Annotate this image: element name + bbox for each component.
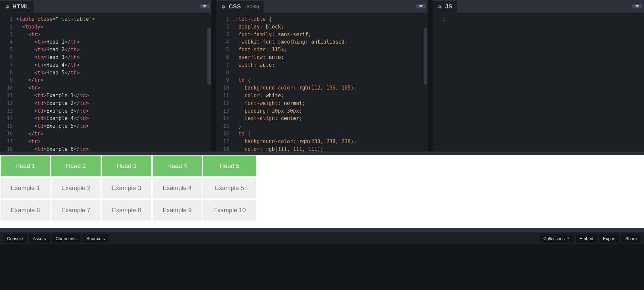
code-editor-css[interactable]: 1▼23456789▼10111213141516▼1718 .flat-tab… bbox=[216, 13, 428, 152]
panel-title: JS bbox=[445, 3, 452, 10]
code-editor-html[interactable]: 1▼2▼3▼4▼5▼6▼7▼8▼910▼11▼12▼13▼14▼15▼1617▼… bbox=[0, 13, 211, 152]
table-cell: Example 9 bbox=[153, 199, 203, 221]
panel-tab-css[interactable]: CSS (SCSS) bbox=[216, 0, 264, 13]
panel-dropdown-html[interactable] bbox=[200, 4, 210, 8]
panel-css: CSS (SCSS) 1▼23456789▼10111213141516▼171… bbox=[216, 0, 428, 152]
panel-header-html: HTML bbox=[0, 0, 211, 13]
comments-button[interactable]: Comments bbox=[52, 234, 80, 243]
table-cell: Example 1 bbox=[1, 177, 51, 198]
table-header: Head 3 bbox=[102, 156, 152, 176]
shortcuts-button[interactable]: Shortcuts bbox=[83, 234, 109, 243]
export-button[interactable]: Export bbox=[599, 234, 620, 243]
panel-header-js: JS bbox=[433, 0, 644, 13]
table-cell: Example 2 bbox=[51, 177, 101, 198]
preview-table: Head 1Head 2Head 3Head 4Head 5Example 1E… bbox=[0, 155, 644, 221]
table-header: Head 2 bbox=[51, 156, 101, 176]
panel-subtitle: (SCSS) bbox=[245, 4, 259, 9]
panel-dropdown-css[interactable] bbox=[416, 4, 426, 8]
table-cell: Example 8 bbox=[102, 199, 152, 221]
output-preview[interactable]: Head 1Head 2Head 3Head 4Head 5Example 1E… bbox=[0, 155, 644, 228]
panel-js: JS 1 bbox=[433, 0, 644, 152]
share-button[interactable]: Share bbox=[622, 234, 641, 243]
table-header: Head 4 bbox=[153, 156, 203, 176]
panel-html: HTML 1▼2▼3▼4▼5▼6▼7▼8▼910▼11▼12▼13▼14▼15▼… bbox=[0, 0, 211, 152]
console-button[interactable]: Console bbox=[3, 234, 27, 243]
panel-dropdown-js[interactable] bbox=[632, 4, 642, 8]
assets-button[interactable]: Assets bbox=[29, 234, 50, 243]
scrollbar-thumb[interactable] bbox=[207, 28, 211, 85]
panel-tab-html[interactable]: HTML bbox=[0, 0, 34, 13]
table-cell: Example 6 bbox=[1, 199, 51, 221]
table-cell: Example 4 bbox=[153, 177, 203, 198]
chevron-down-icon: ▼ bbox=[567, 237, 570, 240]
gear-icon[interactable] bbox=[437, 4, 442, 9]
table-cell: Example 5 bbox=[203, 177, 257, 198]
code-editor-js[interactable]: 1 bbox=[433, 13, 644, 152]
embed-button[interactable]: Embed bbox=[576, 234, 597, 243]
editor-row: HTML 1▼2▼3▼4▼5▼6▼7▼8▼910▼11▼12▼13▼14▼15▼… bbox=[0, 0, 644, 152]
panel-tab-js[interactable]: JS bbox=[433, 0, 457, 13]
gear-icon[interactable] bbox=[221, 4, 226, 9]
panel-header-css: CSS (SCSS) bbox=[216, 0, 428, 13]
table-cell: Example 7 bbox=[51, 199, 101, 221]
table-header: Head 5 bbox=[203, 156, 257, 176]
panel-title: CSS bbox=[229, 3, 241, 10]
panel-title: HTML bbox=[12, 3, 29, 10]
footer-bar: Console Assets Comments Shortcuts Collec… bbox=[0, 232, 644, 244]
table-cell: Example 3 bbox=[102, 177, 152, 198]
gear-icon[interactable] bbox=[5, 4, 9, 9]
resize-handle[interactable] bbox=[0, 228, 644, 232]
resize-handle[interactable] bbox=[0, 152, 644, 155]
table-header: Head 1 bbox=[1, 156, 51, 176]
scrollbar-thumb[interactable] bbox=[424, 28, 427, 85]
collections-button[interactable]: Collections▼ bbox=[540, 234, 574, 243]
table-cell: Example 10 bbox=[203, 199, 257, 221]
